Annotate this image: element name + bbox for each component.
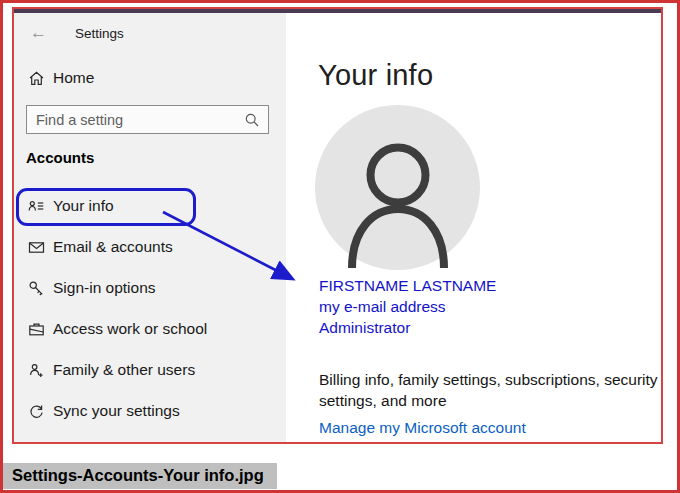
sidebar-section-accounts: Accounts [26,149,94,166]
email-icon [28,239,45,260]
sidebar-item-label: Family & other users [53,361,195,379]
sidebar-item-sign-in-options[interactable]: Sign-in options [14,270,286,308]
user-info-block: FIRSTNAME LASTNAME my e-mail address Adm… [319,275,496,338]
sidebar-item-label: Access work or school [53,320,207,338]
manage-account-link[interactable]: Manage my Microsoft account [319,419,526,437]
home-icon [28,70,45,91]
key-icon [28,280,45,301]
person-icon [315,105,480,270]
sidebar-item-your-info[interactable]: Your info [14,188,286,226]
sidebar-item-email-accounts[interactable]: Email & accounts [14,229,286,267]
search-box[interactable] [26,105,269,134]
search-input[interactable] [36,108,236,131]
sidebar-item-home[interactable]: Home [14,65,286,95]
search-icon[interactable] [244,112,260,132]
sidebar-item-label: Email & accounts [53,238,173,256]
file-name-caption: Settings-Accounts-Your info.jpg [3,463,277,489]
your-info-pane: Your info FIRSTNAME LASTNAME my e-mail a… [286,13,661,442]
user-email: my e-mail address [319,296,496,317]
sidebar-item-label: Home [53,69,94,87]
app-title: Settings [75,26,124,41]
back-icon[interactable]: ← [30,23,47,43]
person-add-icon [28,362,45,383]
settings-sidebar: ← Settings Home [14,13,286,442]
page-title: Your info [318,59,433,92]
sidebar-item-label: Your info [53,197,114,215]
settings-window: ← Settings Home [12,7,663,444]
sidebar-item-family-other-users[interactable]: Family & other users [14,352,286,390]
sidebar-item-label: Sync your settings [53,402,180,420]
titlebar: ← Settings [14,23,286,49]
sidebar-item-label: Sign-in options [53,279,156,297]
avatar [315,105,480,270]
person-details-icon [28,198,45,219]
briefcase-icon [28,321,45,342]
user-role: Administrator [319,317,496,338]
billing-description: Billing info, family settings, subscript… [319,369,663,411]
user-display-name: FIRSTNAME LASTNAME [319,275,496,296]
annotated-screenshot-page: ← Settings Home [0,0,680,493]
sidebar-item-access-work-school[interactable]: Access work or school [14,311,286,349]
sync-icon [28,403,45,424]
sidebar-item-sync-settings[interactable]: Sync your settings [14,393,286,431]
